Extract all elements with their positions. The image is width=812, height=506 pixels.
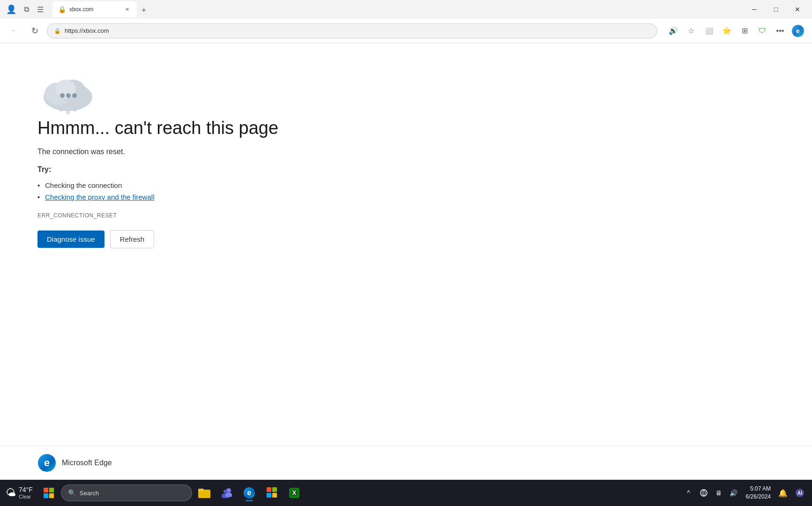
page-content: Hmmm... can't reach this page The connec… (0, 43, 812, 446)
list-item: Checking the connection (37, 179, 775, 191)
more-menu-button[interactable]: ••• (772, 22, 789, 39)
edge-copilot-button[interactable]: e (790, 22, 806, 39)
clock-date: 6/26/2024 (746, 493, 771, 501)
svg-point-10 (66, 111, 70, 114)
toolbar-icons: 🔊 ☆ ⬜ ⭐ ⊞ 🛡 ••• e (665, 22, 806, 39)
edge-brand-label: Microsoft Edge (62, 459, 112, 467)
svg-rect-28 (267, 493, 271, 498)
search-icon: 🔍 (68, 489, 76, 497)
active-tab[interactable]: 🔒 xbox.com ✕ (52, 1, 137, 17)
diagnose-issue-button[interactable]: Diagnose issue (37, 231, 104, 248)
system-clock[interactable]: 5:07 AM 6/26/2024 (744, 485, 773, 501)
back-button[interactable]: ← (6, 22, 22, 39)
tab-close-button[interactable]: ✕ (123, 5, 131, 14)
weather-text: 74°F Clear (19, 486, 33, 500)
taskbar: 🌤 74°F Clear 🔍 Search (0, 480, 812, 506)
tab-group-icon[interactable]: ⧉ (20, 3, 33, 16)
svg-point-11 (73, 108, 77, 112)
refresh-button[interactable]: ↻ (26, 22, 43, 39)
svg-point-6 (60, 93, 65, 98)
try-label: Try: (37, 165, 775, 174)
tab-title: xbox.com (69, 6, 119, 13)
svg-point-8 (72, 93, 77, 98)
sidebar-toggle[interactable]: ☰ (34, 3, 47, 16)
proxy-firewall-link[interactable]: Checking the proxy and the firewall (45, 193, 154, 201)
weather-temp: 74°F (19, 486, 33, 494)
search-text: Search (80, 490, 99, 497)
collections-button[interactable]: ⊞ (736, 22, 753, 39)
svg-rect-17 (49, 493, 54, 498)
close-button[interactable]: ✕ (787, 2, 808, 17)
taskbar-file-explorer[interactable] (194, 483, 215, 503)
taskbar-xbox[interactable]: X (284, 483, 305, 503)
error-subtitle: The connection was reset. (37, 148, 775, 156)
svg-point-21 (223, 490, 227, 493)
taskbar-edge[interactable]: e (239, 483, 260, 503)
taskbar-teams[interactable] (216, 483, 237, 503)
svg-point-7 (66, 93, 71, 98)
svg-rect-29 (272, 493, 277, 498)
svg-text:e: e (247, 489, 251, 497)
svg-rect-27 (272, 487, 277, 492)
svg-text:e: e (796, 27, 800, 35)
svg-rect-16 (44, 493, 48, 498)
svg-rect-14 (44, 488, 48, 492)
clock-time: 5:07 AM (746, 485, 771, 493)
favorite-button[interactable]: ☆ (683, 22, 700, 39)
taskbar-app-icons: e X (194, 483, 305, 503)
action-buttons: Diagnose issue Refresh (37, 230, 775, 248)
svg-rect-15 (49, 488, 54, 492)
profile-icon[interactable]: 👤 (4, 2, 19, 17)
tray-vpn-icon[interactable] (697, 486, 710, 499)
weather-widget[interactable]: 🌤 74°F Clear (6, 486, 33, 500)
svg-text:e: e (44, 457, 50, 469)
tray-chevron[interactable]: ^ (682, 486, 695, 499)
weather-desc: Clear (19, 494, 33, 500)
tab-favicon: 🔒 (58, 6, 66, 13)
maximize-button[interactable]: □ (765, 2, 787, 17)
edge-branding-footer: e Microsoft Edge (0, 446, 812, 480)
copilot-tray-icon[interactable]: AI (793, 486, 806, 499)
list-item: Checking the proxy and the firewall (37, 191, 775, 203)
search-bar[interactable]: 🔍 Search (61, 484, 192, 501)
notification-bell[interactable]: 🔔 (776, 486, 790, 499)
system-tray: ^ 🖥 🔊 5:07 AM 6/26/2024 🔔 (682, 485, 806, 501)
lock-icon: 🔒 (54, 28, 61, 34)
svg-rect-23 (225, 493, 232, 497)
error-code: ERR_CONNECTION_RESET (37, 212, 775, 219)
svg-rect-26 (267, 487, 271, 492)
minimize-button[interactable]: ─ (744, 2, 765, 17)
tray-display-icon[interactable]: 🖥 (712, 486, 725, 499)
svg-rect-19 (198, 489, 204, 491)
error-cloud-illustration (37, 71, 98, 118)
address-bar: ← ↻ 🔒 https://xbox.com 🔊 ☆ ⬜ ⭐ ⊞ 🛡 ••• (0, 19, 812, 43)
error-title: Hmmm... can't reach this page (37, 118, 775, 138)
weather-icon: 🌤 (6, 487, 16, 499)
start-button[interactable] (38, 483, 59, 503)
tray-icons: ^ 🖥 🔊 (682, 486, 740, 499)
suggestion-list: Checking the connection Checking the pro… (37, 179, 775, 203)
suggestion-text-1: Checking the connection (45, 181, 122, 189)
favorites-bar-button[interactable]: ⭐ (718, 22, 735, 39)
refresh-page-button[interactable]: Refresh (110, 230, 155, 248)
read-aloud-button[interactable]: 🔊 (665, 22, 682, 39)
svg-text:AI: AI (797, 491, 802, 496)
svg-text:X: X (292, 490, 296, 496)
svg-point-9 (59, 108, 63, 112)
taskbar-store[interactable] (261, 483, 282, 503)
immersive-reader-button[interactable]: ⬜ (700, 22, 717, 39)
address-text: https://xbox.com (65, 27, 650, 34)
adguard-button[interactable]: 🛡 (754, 22, 771, 39)
new-tab-button[interactable]: + (137, 3, 151, 17)
edge-logo: e (37, 454, 56, 472)
tray-volume-icon[interactable]: 🔊 (727, 486, 740, 499)
address-input[interactable]: 🔒 https://xbox.com (47, 23, 657, 38)
